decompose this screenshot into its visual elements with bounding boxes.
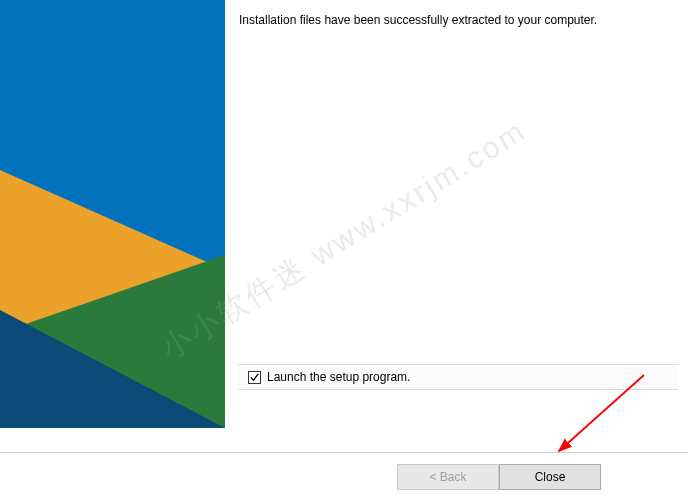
checkmark-icon: [249, 372, 260, 383]
close-button[interactable]: Close: [499, 464, 601, 490]
back-button: < Back: [397, 464, 499, 490]
launch-checkbox-label: Launch the setup program.: [267, 370, 410, 384]
launch-checkbox[interactable]: [248, 371, 261, 384]
launch-checkbox-row[interactable]: Launch the setup program.: [238, 364, 678, 390]
installer-sidebar-graphic: [0, 0, 225, 428]
button-bar: < Back Close: [0, 452, 688, 500]
status-message: Installation files have been successfull…: [239, 12, 674, 29]
